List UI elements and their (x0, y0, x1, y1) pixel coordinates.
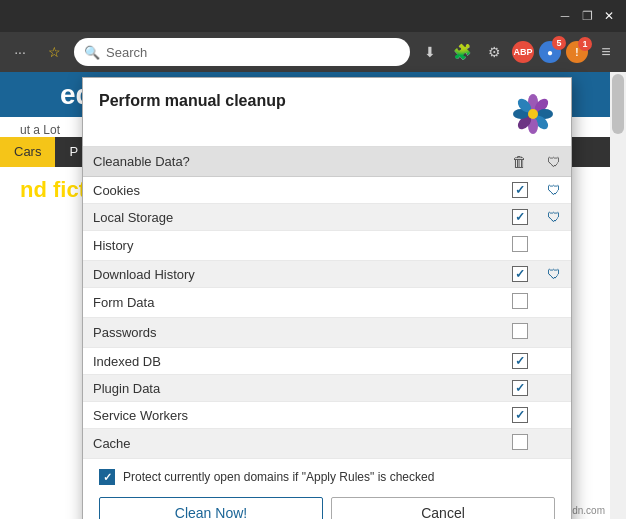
button-row: Clean Now! Cancel (99, 497, 555, 519)
browser-toolbar: ··· ☆ 🔍 Search ⬇ 🧩 ⚙ ABP ● 5 ! 1 ≡ (0, 32, 626, 72)
table-row: Plugin Data (83, 375, 571, 402)
scrollbar[interactable] (610, 72, 626, 519)
dialog-footer: Protect currently open domains if "Apply… (83, 459, 571, 519)
minimize-button[interactable]: ─ (556, 7, 574, 25)
row-checkbox-cell (502, 348, 537, 375)
row-shield-cell: 🛡 (537, 177, 571, 204)
col-label: Cleanable Data? (83, 147, 502, 177)
badge-2: 1 (578, 37, 592, 51)
row-shield-cell (537, 231, 571, 261)
row-shield-cell: 🛡 (537, 204, 571, 231)
row-shield-cell (537, 318, 571, 348)
extensions-button[interactable]: 🧩 (448, 38, 476, 66)
row-checkbox[interactable] (512, 353, 528, 369)
cleanup-dialog[interactable]: Perform manual cleanup (82, 77, 572, 519)
row-shield-cell (537, 348, 571, 375)
flower-decoration (511, 92, 555, 136)
row-label: Passwords (83, 318, 502, 348)
ext-icon-1[interactable]: ● 5 (538, 40, 562, 64)
row-checkbox-cell (502, 318, 537, 348)
page-area: ed ut a Lot Cars P nd fictio Perform man… (0, 72, 626, 519)
toolbar-icons: ⬇ 🧩 ⚙ ABP ● 5 ! 1 ≡ (416, 38, 620, 66)
dialog-title: Perform manual cleanup (99, 92, 286, 110)
row-checkbox-cell (502, 261, 537, 288)
download-icon: ⬇ (424, 44, 436, 60)
table-row: Service Workers (83, 402, 571, 429)
row-checkbox[interactable] (512, 209, 528, 225)
shield-icon: 🛡 (547, 182, 561, 198)
row-checkbox-cell (502, 288, 537, 318)
row-checkbox[interactable] (512, 323, 528, 339)
row-label: Plugin Data (83, 375, 502, 402)
row-label: Cookies (83, 177, 502, 204)
table-row: Indexed DB (83, 348, 571, 375)
svg-point-9 (528, 109, 538, 119)
col-trash: 🗑 (502, 147, 537, 177)
table-row: Cookies🛡 (83, 177, 571, 204)
badge-1: 5 (552, 36, 566, 50)
nav-item-cars[interactable]: Cars (0, 137, 55, 167)
row-shield-cell (537, 288, 571, 318)
cleanup-table: Cleanable Data? 🗑 🛡 Cookies🛡Local Storag… (83, 147, 571, 459)
row-label: Indexed DB (83, 348, 502, 375)
row-checkbox[interactable] (512, 380, 528, 396)
table-row: Download History🛡 (83, 261, 571, 288)
row-checkbox-cell (502, 375, 537, 402)
row-shield-cell: 🛡 (537, 261, 571, 288)
star-icon: ☆ (48, 44, 61, 60)
cancel-button[interactable]: Cancel (331, 497, 555, 519)
ext-icon-2[interactable]: ! 1 (566, 41, 588, 63)
abp-icon[interactable]: ABP (512, 41, 534, 63)
menu-button[interactable]: ≡ (592, 38, 620, 66)
ext-label-2: ! (575, 47, 578, 58)
col-shield: 🛡 (537, 147, 571, 177)
cleanup-table-body: Cookies🛡Local Storage🛡HistoryDownload Hi… (83, 177, 571, 459)
table-row: Passwords (83, 318, 571, 348)
search-icon: 🔍 (84, 45, 100, 60)
more-button[interactable]: ··· (6, 38, 34, 66)
protect-checkbox[interactable] (99, 469, 115, 485)
settings-button[interactable]: ⚙ (480, 38, 508, 66)
browser-titlebar: ─ ❐ ✕ (0, 0, 626, 32)
shield-header-icon: 🛡 (547, 154, 561, 170)
dialog-header: Perform manual cleanup (83, 78, 571, 147)
row-shield-cell (537, 429, 571, 459)
shield-icon: 🛡 (547, 209, 561, 225)
protect-row: Protect currently open domains if "Apply… (99, 469, 555, 485)
row-checkbox-cell (502, 231, 537, 261)
row-label: Form Data (83, 288, 502, 318)
row-checkbox[interactable] (512, 236, 528, 252)
row-checkbox-cell (502, 429, 537, 459)
abp-label: ABP (513, 47, 532, 57)
row-checkbox[interactable] (512, 266, 528, 282)
row-checkbox-cell (502, 177, 537, 204)
trash-icon[interactable]: 🗑 (512, 153, 527, 170)
row-shield-cell (537, 402, 571, 429)
row-checkbox-cell (502, 204, 537, 231)
shield-icon: 🛡 (547, 266, 561, 282)
gear-icon: ⚙ (488, 44, 501, 60)
table-row: Local Storage🛡 (83, 204, 571, 231)
scrollbar-thumb[interactable] (612, 74, 624, 134)
table-row: Form Data (83, 288, 571, 318)
search-text: Search (106, 45, 147, 60)
bookmark-button[interactable]: ☆ (40, 38, 68, 66)
table-header-row: Cleanable Data? 🗑 🛡 (83, 147, 571, 177)
search-bar[interactable]: 🔍 Search (74, 38, 410, 66)
maximize-button[interactable]: ❐ (578, 7, 596, 25)
row-label: Service Workers (83, 402, 502, 429)
close-button[interactable]: ✕ (600, 7, 618, 25)
row-checkbox[interactable] (512, 293, 528, 309)
row-checkbox[interactable] (512, 407, 528, 423)
row-label: History (83, 231, 502, 261)
dialog-overlay: Perform manual cleanup (0, 72, 626, 519)
row-label: Cache (83, 429, 502, 459)
row-checkbox[interactable] (512, 182, 528, 198)
download-button[interactable]: ⬇ (416, 38, 444, 66)
row-checkbox[interactable] (512, 434, 528, 450)
clean-now-button[interactable]: Clean Now! (99, 497, 323, 519)
table-row: Cache (83, 429, 571, 459)
row-shield-cell (537, 375, 571, 402)
row-label: Download History (83, 261, 502, 288)
table-row: History (83, 231, 571, 261)
